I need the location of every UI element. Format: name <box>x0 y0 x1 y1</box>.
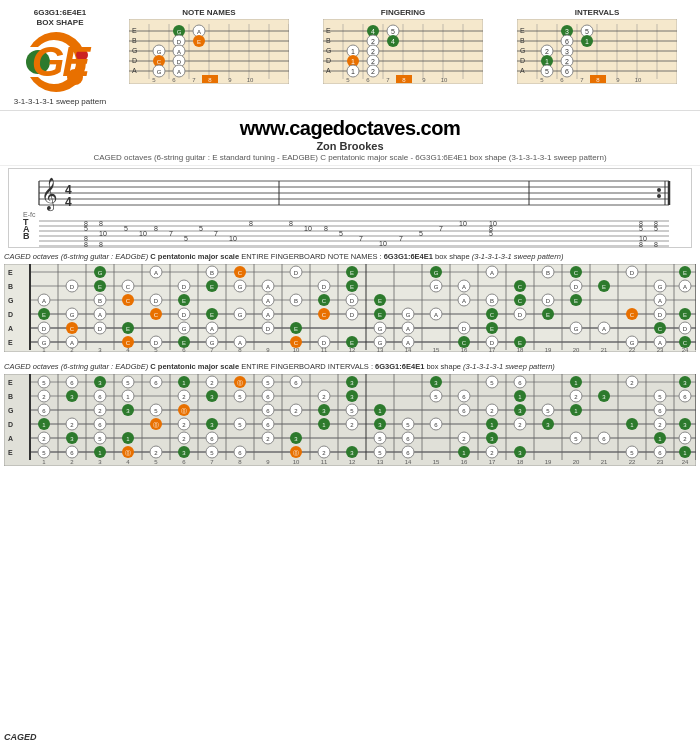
svg-text:21: 21 <box>601 347 608 352</box>
svg-text:G: G <box>157 69 162 75</box>
svg-text:E: E <box>210 284 214 290</box>
svg-text:C: C <box>238 270 243 276</box>
svg-text:5: 5 <box>184 235 188 242</box>
svg-text:G: G <box>132 47 137 54</box>
svg-text:8: 8 <box>654 241 658 248</box>
svg-text:A: A <box>658 298 662 304</box>
notes-caption-shape-id: 6G3G1:6E4E1 <box>384 252 435 261</box>
svg-text:G: G <box>182 326 187 332</box>
svg-text:E: E <box>350 284 354 290</box>
svg-text:2: 2 <box>371 48 375 55</box>
svg-text:7: 7 <box>359 235 363 242</box>
svg-text:2: 2 <box>565 58 569 65</box>
svg-text:C: C <box>683 340 688 346</box>
svg-text:21: 21 <box>601 459 608 465</box>
fingerboard-notes-section: CAGED octaves (6-string guitar : EADGbE)… <box>0 250 700 358</box>
svg-text:A: A <box>490 270 494 276</box>
svg-text:8: 8 <box>99 220 103 227</box>
logo-area: 6G3G1:6E4E1 BOX SHAPE GE 3-1-3-1-3-1 swe… <box>10 8 110 106</box>
svg-text:G: G <box>406 312 411 318</box>
svg-text:D: D <box>546 298 551 304</box>
svg-text:2: 2 <box>371 68 375 75</box>
svg-text:G: G <box>434 284 439 290</box>
svg-text:B: B <box>294 298 298 304</box>
svg-text:10: 10 <box>441 77 448 83</box>
svg-text:5: 5 <box>339 230 343 237</box>
header-subtitle-text: BOX SHAPE <box>36 18 83 27</box>
svg-text:C: C <box>157 59 162 65</box>
top-section: 6G3G1:6E4E1 BOX SHAPE GE 3-1-3-1-3-1 swe… <box>0 0 700 111</box>
svg-text:4: 4 <box>391 38 395 45</box>
svg-text:13: 13 <box>377 459 384 465</box>
svg-text:E: E <box>490 326 494 332</box>
svg-text:20: 20 <box>573 459 580 465</box>
notes-caption: CAGED octaves (6-string guitar : EADGbE)… <box>4 252 696 262</box>
svg-text:G: G <box>177 29 182 35</box>
svg-text:10: 10 <box>99 230 107 237</box>
svg-text:E: E <box>520 27 525 34</box>
svg-text:A: A <box>434 312 438 318</box>
svg-text:A: A <box>8 325 13 332</box>
author-name: Zon Brookes <box>0 140 700 152</box>
svg-text:D: D <box>322 284 327 290</box>
svg-text:⓪: ⓪ <box>181 408 187 414</box>
svg-text:E: E <box>294 326 298 332</box>
logo-letters: GE <box>32 38 89 86</box>
svg-text:C: C <box>518 298 523 304</box>
svg-text:16: 16 <box>461 459 468 465</box>
svg-text:G: G <box>378 326 383 332</box>
svg-text:19: 19 <box>545 347 552 352</box>
svg-text:14: 14 <box>405 459 412 465</box>
svg-text:B: B <box>520 37 525 44</box>
caged-label: CAGED <box>4 732 37 742</box>
svg-text:D: D <box>462 326 467 332</box>
svg-text:8: 8 <box>154 225 158 232</box>
svg-text:A: A <box>520 67 525 74</box>
svg-text:E: E <box>574 298 578 304</box>
svg-text:2: 2 <box>545 48 549 55</box>
svg-text:E: E <box>378 312 382 318</box>
svg-text:B: B <box>8 283 13 290</box>
diagram-fingering: FINGERING E B G D A <box>310 8 496 84</box>
svg-text:23: 23 <box>657 459 664 465</box>
intervals-caption-scale: C pentatonic major scale <box>150 362 241 371</box>
svg-text:B: B <box>210 270 214 276</box>
svg-text:D: D <box>518 312 523 318</box>
svg-text:6: 6 <box>565 68 569 75</box>
svg-text:B: B <box>98 298 102 304</box>
svg-text:E: E <box>197 39 201 45</box>
svg-text:22: 22 <box>629 459 636 465</box>
svg-text:E: E <box>8 269 13 276</box>
svg-text:E: E <box>126 326 130 332</box>
svg-text:5: 5 <box>199 225 203 232</box>
svg-text:E: E <box>210 312 214 318</box>
svg-text:5: 5 <box>489 230 493 237</box>
intervals-caption: CAGED octaves (6-string guitar : EADGbE)… <box>4 362 696 372</box>
svg-text:D: D <box>350 298 355 304</box>
description-text: CAGED octaves (6-string guitar : E stand… <box>0 152 700 163</box>
svg-text:E: E <box>182 298 186 304</box>
svg-text:10: 10 <box>459 220 467 227</box>
svg-text:18: 18 <box>517 459 524 465</box>
svg-text:A: A <box>177 49 181 55</box>
svg-text:A: A <box>462 298 466 304</box>
svg-text:C: C <box>462 340 467 346</box>
svg-text:A: A <box>406 340 410 346</box>
svg-text:A: A <box>177 69 181 75</box>
svg-text:5: 5 <box>391 28 395 35</box>
diagram-intervals-label: INTERVALS <box>575 8 620 17</box>
svg-text:D: D <box>490 340 495 346</box>
svg-text:E: E <box>8 379 13 386</box>
intervals-caption-prefix: CAGED octaves (6-string guitar : EADGbE) <box>4 362 150 371</box>
svg-text:A: A <box>238 340 242 346</box>
svg-text:A: A <box>326 67 331 74</box>
svg-text:2: 2 <box>371 58 375 65</box>
svg-text:D: D <box>658 312 663 318</box>
svg-text:C: C <box>322 312 327 318</box>
svg-text:17: 17 <box>489 459 496 465</box>
svg-text:B: B <box>546 270 550 276</box>
svg-text:C: C <box>126 298 131 304</box>
svg-text:5: 5 <box>639 225 643 232</box>
svg-text:⓪: ⓪ <box>237 380 243 386</box>
intervals-caption-shape-id: 6G3G1:6E4E1 <box>375 362 426 371</box>
